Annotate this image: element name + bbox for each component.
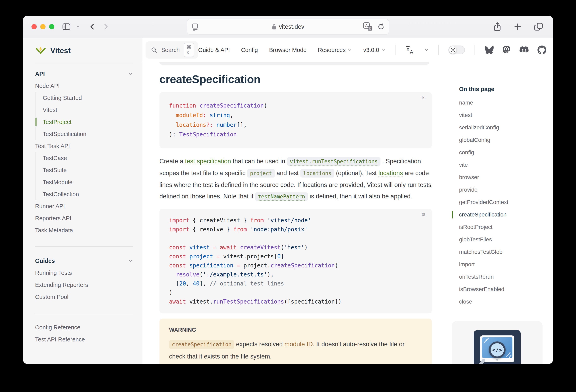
sidebar-item-testmodule[interactable]: TestModule [43, 176, 133, 188]
link-module-id[interactable]: module ID [284, 341, 313, 348]
divider [438, 45, 439, 55]
toc-item-vitest[interactable]: vitest [459, 109, 543, 121]
traffic-lights [31, 24, 54, 29]
sidebar-section-api[interactable]: API [35, 68, 133, 80]
sidebar-item-extending-reporters[interactable]: Extending Reporters [35, 279, 133, 291]
sidebar-section-guides[interactable]: Guides [35, 255, 133, 267]
toc-item-import[interactable]: import [459, 258, 543, 271]
code-line: import { resolve } from 'node:path/posix… [169, 225, 422, 234]
toc-item-config[interactable]: config [459, 146, 543, 159]
chevron-down-icon [128, 259, 133, 263]
code-magnifier-icon: </> [489, 341, 506, 358]
sidebar-item-vitest[interactable]: Vitest [43, 104, 133, 116]
code-block-example[interactable]: ts import { createVitest } from 'vitest/… [159, 209, 432, 313]
search-button[interactable]: Search ⌘ K [145, 41, 198, 59]
link-vitest-runtestspecifications[interactable]: vitest.runTestSpecifications [287, 157, 380, 166]
back-button[interactable] [88, 23, 96, 31]
nav-item-v3-0-0[interactable]: v3.0.0 [363, 47, 385, 53]
toc-item-browser[interactable]: browser [459, 171, 543, 183]
social-links [485, 46, 546, 55]
text-run: Create a [159, 158, 185, 165]
tab-overview-icon[interactable] [534, 22, 543, 31]
nav-item-config[interactable]: Config [241, 47, 258, 53]
sidebar-toggle-icon[interactable] [62, 23, 70, 30]
doc-page: createSpecification ts function createSp… [143, 62, 553, 364]
link-locations[interactable]: locations [378, 170, 403, 177]
nav-item-browser-mode[interactable]: Browser Mode [269, 47, 307, 53]
sponsor-illustration: </> [474, 330, 521, 364]
github-icon[interactable] [538, 46, 546, 54]
discord-icon[interactable] [519, 46, 529, 54]
svg-text:x: x [407, 47, 409, 52]
sidebar-item-reporters-api[interactable]: Reporters API [35, 212, 133, 224]
toc-item-serializedconfig[interactable]: serializedConfig [459, 121, 543, 134]
toc-list: namevitestserializedConfigglobalConfigco… [452, 96, 543, 308]
toc-item-name[interactable]: name [459, 96, 543, 109]
new-tab-icon[interactable] [513, 22, 522, 31]
sidebar-item-custom-pool[interactable]: Custom Pool [35, 291, 133, 303]
sidebar-item-testcase[interactable]: TestCase [43, 152, 133, 164]
toc-item-provide[interactable]: provide [459, 183, 543, 196]
toc-item-ontestsrerun[interactable]: onTestsRerun [459, 271, 543, 283]
close-window-button[interactable] [31, 24, 37, 29]
toc-item-vite[interactable]: vite [459, 159, 543, 171]
share-icon[interactable] [493, 22, 502, 31]
language-chevron-icon[interactable] [424, 48, 429, 52]
search-label: Search [161, 47, 180, 53]
nav-item-resources[interactable]: Resources [318, 47, 352, 53]
toc-item-isbrowserenabled[interactable]: isBrowserEnabled [459, 283, 543, 296]
toc-item-createspecification[interactable]: createSpecification [459, 209, 543, 221]
sidebar-item-test-api-reference[interactable]: Test API Reference [35, 333, 133, 345]
chevron-down-icon [128, 72, 133, 76]
toc-item-isrootproject[interactable]: isRootProject [459, 221, 543, 233]
url-text: vitest.dev [279, 23, 304, 30]
nav-item-guide-api[interactable]: Guide & API [198, 47, 230, 53]
code-lang-badge: ts [422, 95, 425, 100]
toc-item-globtestfiles[interactable]: globTestFiles [459, 233, 543, 246]
sidebar-item-testproject[interactable]: TestProject [43, 116, 133, 128]
warning-title: WARNING [169, 327, 422, 333]
link-test-specification[interactable]: test specification [185, 158, 231, 165]
sidebar-item-testspecification[interactable]: TestSpecification [43, 128, 133, 140]
page-title: createSpecification [159, 73, 432, 86]
divider [35, 62, 133, 63]
sidebar-subgroup: Getting StartedVitestTestProjectTestSpec… [35, 92, 133, 140]
sidebar-item-node-api[interactable]: Node API [35, 80, 133, 92]
toc-item-matchestestglob[interactable]: matchesTestGlob [459, 246, 543, 258]
code-block-signature[interactable]: ts function createSpecification( moduleI… [159, 92, 432, 148]
sidebar-item-running-tests[interactable]: Running Tests [35, 267, 133, 279]
link-testnamepattern[interactable]: testNamePattern [255, 192, 308, 201]
bluesky-icon[interactable] [485, 46, 494, 54]
toc-item-globalconfig[interactable]: globalConfig [459, 134, 543, 146]
sidebar-item-testcollection[interactable]: TestCollection [43, 188, 133, 200]
code-line: ): TestSpecification [169, 130, 422, 139]
theme-toggle[interactable] [448, 46, 465, 54]
code-lang-badge: ts [422, 211, 425, 217]
sidebar-menu-chevron-icon[interactable] [76, 24, 80, 29]
mastodon-icon[interactable] [502, 46, 511, 55]
reload-icon[interactable] [377, 23, 385, 30]
browser-toolbar: vitest.dev A文 [23, 16, 553, 38]
sidebar-item-task-metadata[interactable]: Task Metadata [35, 224, 133, 236]
sidebar-item-config-reference[interactable]: Config Reference [35, 321, 133, 333]
translate-icon[interactable]: A文 [363, 22, 373, 31]
language-icon[interactable]: xA [405, 46, 414, 54]
sidebar-item-test-task-api[interactable]: Test Task API [35, 140, 133, 152]
code-line: function createSpecification( [169, 101, 422, 111]
zoom-window-button[interactable] [49, 24, 54, 29]
toc-item-close[interactable]: close [459, 296, 543, 308]
code-line: const vitest = await createVitest('test'… [169, 243, 422, 252]
sidebar-item-getting-started[interactable]: Getting Started [43, 92, 133, 104]
text-run: and test [275, 170, 300, 177]
sidebar-item-testsuite[interactable]: TestSuite [43, 164, 133, 176]
address-bar[interactable]: vitest.dev A文 [187, 19, 389, 34]
toc-item-getprovidedcontext[interactable]: getProvidedContext [459, 196, 543, 209]
minimize-window-button[interactable] [40, 24, 46, 29]
on-this-page: On this page namevitestserializedConfigg… [452, 62, 543, 308]
sidebar-item-runner-api[interactable]: Runner API [35, 200, 133, 212]
page-settings-icon[interactable] [192, 23, 199, 31]
vitest-logo[interactable]: Vitest [35, 44, 133, 57]
sponsor-card[interactable]: </> [452, 321, 543, 364]
warning-body: createSpecification expects resolved mod… [169, 338, 422, 362]
search-kbd: ⌘ K [184, 43, 194, 57]
